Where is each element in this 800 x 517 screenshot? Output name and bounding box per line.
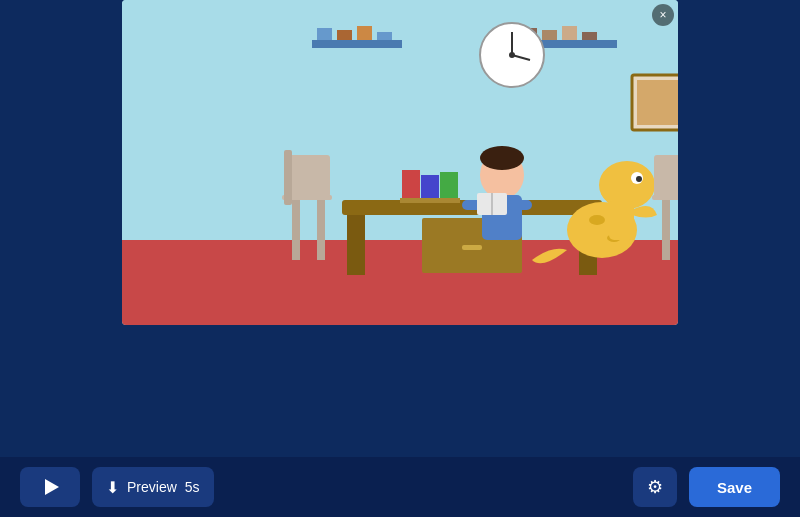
svg-point-40: [636, 176, 642, 182]
preview-duration: 5s: [185, 479, 200, 495]
svg-rect-6: [377, 32, 392, 40]
play-icon: [45, 479, 59, 495]
svg-rect-11: [582, 32, 597, 40]
svg-rect-46: [317, 200, 325, 260]
save-button[interactable]: Save: [689, 467, 780, 507]
svg-rect-4: [337, 30, 352, 40]
svg-rect-48: [284, 150, 292, 205]
svg-rect-2: [312, 40, 402, 48]
svg-rect-43: [609, 200, 634, 240]
svg-rect-25: [462, 245, 482, 250]
preview-button[interactable]: ⬇ Preview 5s: [92, 467, 214, 507]
close-button[interactable]: ×: [652, 4, 674, 26]
svg-rect-34: [507, 200, 532, 210]
svg-rect-45: [292, 200, 300, 260]
svg-rect-50: [662, 200, 670, 260]
save-label: Save: [717, 479, 752, 496]
svg-rect-9: [542, 30, 557, 40]
settings-button[interactable]: ⚙: [633, 467, 677, 507]
download-icon: ⬇: [106, 478, 119, 497]
svg-rect-20: [637, 80, 678, 125]
svg-rect-10: [562, 26, 577, 40]
preview-label: Preview: [127, 479, 177, 495]
svg-rect-22: [347, 215, 365, 275]
settings-icon: ⚙: [647, 476, 663, 498]
main-preview: Rasing Genius: [122, 0, 678, 325]
timeline-area: 00:08.5: [0, 340, 800, 430]
svg-rect-5: [357, 26, 372, 40]
svg-point-31: [480, 146, 524, 170]
svg-rect-27: [421, 175, 439, 202]
svg-rect-26: [402, 170, 420, 202]
svg-rect-29: [400, 198, 460, 203]
svg-point-41: [589, 215, 605, 225]
play-button[interactable]: [20, 467, 80, 507]
svg-rect-28: [440, 172, 458, 202]
svg-rect-52: [654, 155, 678, 197]
bottom-toolbar: ⬇ Preview 5s ⚙ Save: [0, 457, 800, 517]
svg-rect-3: [317, 28, 332, 40]
